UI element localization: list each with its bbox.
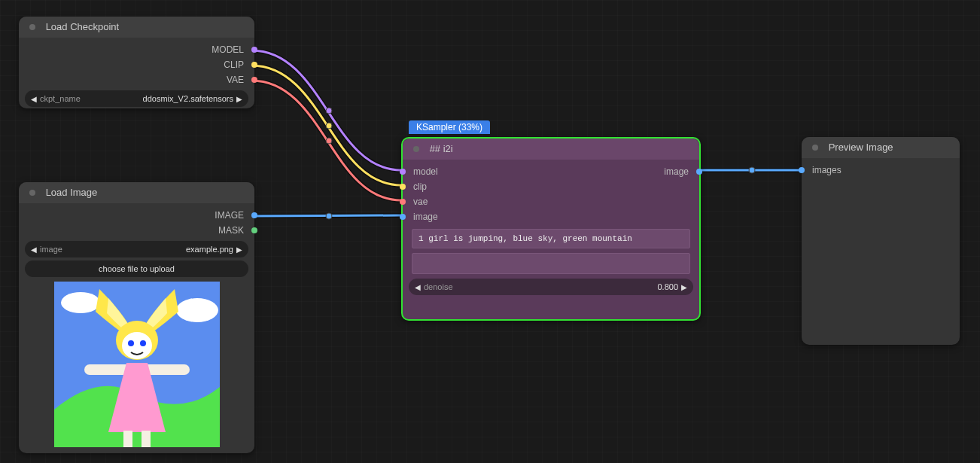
- output-label: VAE: [227, 75, 244, 85]
- collapse-dot-icon[interactable]: [29, 190, 35, 196]
- port-icon[interactable]: [251, 62, 257, 68]
- node-title: Load Image: [46, 187, 98, 198]
- denoise-widget[interactable]: ◀ denoise 0.800 ▶: [409, 279, 693, 295]
- prompt-text: 1 girl is jumping, blue sky, green mount…: [418, 234, 632, 243]
- input-label: clip: [413, 181, 427, 192]
- output-label: IMAGE: [215, 210, 244, 221]
- node-title: ## i2i: [430, 143, 453, 154]
- collapse-dot-icon[interactable]: [29, 24, 35, 30]
- node-title: Load Checkpoint: [46, 21, 120, 32]
- svg-point-7: [176, 298, 218, 322]
- node-header[interactable]: Preview Image: [802, 137, 960, 158]
- example-image-preview: [54, 282, 220, 447]
- ksampler-progress-badge: KSampler (33%): [409, 120, 490, 134]
- svg-point-11: [140, 340, 146, 346]
- choose-file-button[interactable]: choose file to upload: [25, 260, 248, 277]
- output-label: MODEL: [212, 44, 244, 55]
- collapse-dot-icon[interactable]: [812, 145, 818, 151]
- chevron-left-icon[interactable]: ◀: [415, 283, 421, 291]
- node-preview-image[interactable]: Preview Image images: [802, 137, 960, 345]
- output-model[interactable]: MODEL: [19, 42, 254, 57]
- widget-value: example.png: [186, 245, 233, 254]
- input-image[interactable]: image: [403, 209, 699, 224]
- badge-text: KSampler (33%): [416, 122, 482, 133]
- output-image[interactable]: IMAGE: [19, 208, 254, 223]
- output-vae[interactable]: VAE: [19, 72, 254, 87]
- port-icon[interactable]: [251, 77, 257, 83]
- input-label: images: [812, 165, 842, 175]
- port-icon[interactable]: [400, 169, 406, 175]
- port-icon[interactable]: [251, 227, 257, 233]
- input-label: image: [413, 212, 438, 222]
- port-icon[interactable]: [400, 214, 406, 220]
- widget-value: ddosmix_V2.safetensors: [143, 94, 233, 103]
- svg-point-1: [326, 123, 332, 129]
- port-icon[interactable]: [400, 199, 406, 205]
- negative-prompt-textbox[interactable]: [412, 253, 690, 274]
- svg-point-3: [326, 213, 332, 219]
- collapse-dot-icon[interactable]: [413, 146, 419, 152]
- output-image[interactable]: image: [653, 164, 699, 179]
- input-images[interactable]: images: [802, 163, 960, 178]
- node-header[interactable]: Load Image: [19, 182, 254, 203]
- output-label: MASK: [218, 225, 244, 236]
- image-name-widget[interactable]: ◀ image example.png ▶: [25, 241, 248, 257]
- svg-point-10: [128, 340, 134, 346]
- chevron-left-icon[interactable]: ◀: [31, 245, 37, 254]
- ckpt-name-widget[interactable]: ◀ ckpt_name ddosmix_V2.safetensors ▶: [25, 90, 248, 107]
- node-load-image[interactable]: Load Image IMAGE MASK ◀ image example.pn…: [19, 182, 254, 453]
- node-title: Preview Image: [829, 142, 893, 153]
- port-icon[interactable]: [400, 184, 406, 190]
- chevron-right-icon[interactable]: ▶: [236, 245, 242, 254]
- input-label: vae: [413, 196, 428, 207]
- chevron-left-icon[interactable]: ◀: [31, 95, 37, 103]
- svg-point-6: [61, 292, 100, 313]
- chevron-right-icon[interactable]: ▶: [236, 95, 242, 103]
- output-mask[interactable]: MASK: [19, 223, 254, 238]
- svg-point-0: [326, 108, 332, 114]
- widget-label: image: [40, 245, 62, 254]
- svg-rect-14: [142, 431, 151, 447]
- output-clip[interactable]: CLIP: [19, 57, 254, 72]
- button-label: choose file to upload: [99, 264, 175, 273]
- port-icon[interactable]: [251, 47, 257, 53]
- svg-rect-13: [123, 431, 132, 447]
- prompt-textbox[interactable]: 1 girl is jumping, blue sky, green mount…: [412, 229, 690, 248]
- port-icon[interactable]: [799, 167, 805, 173]
- chevron-right-icon[interactable]: ▶: [681, 283, 687, 291]
- preview-image-canvas: [802, 178, 960, 343]
- node-header[interactable]: ## i2i: [403, 139, 699, 160]
- widget-label: denoise: [424, 282, 453, 291]
- input-label: model: [413, 166, 438, 177]
- widget-label: ckpt_name: [40, 94, 81, 103]
- input-vae[interactable]: vae: [403, 194, 699, 209]
- port-icon[interactable]: [696, 169, 702, 175]
- input-clip[interactable]: clip: [403, 179, 699, 194]
- node-load-checkpoint[interactable]: Load Checkpoint MODEL CLIP VAE ◀ ckpt_na…: [19, 17, 254, 108]
- output-label: CLIP: [224, 59, 244, 70]
- svg-point-4: [749, 167, 755, 173]
- node-i2i[interactable]: KSampler (33%) ## i2i model image clip v…: [401, 137, 701, 321]
- node-header[interactable]: Load Checkpoint: [19, 17, 254, 38]
- port-icon[interactable]: [251, 212, 257, 218]
- output-label: image: [664, 166, 689, 177]
- svg-point-2: [326, 138, 332, 144]
- widget-value: 0.800: [657, 282, 678, 291]
